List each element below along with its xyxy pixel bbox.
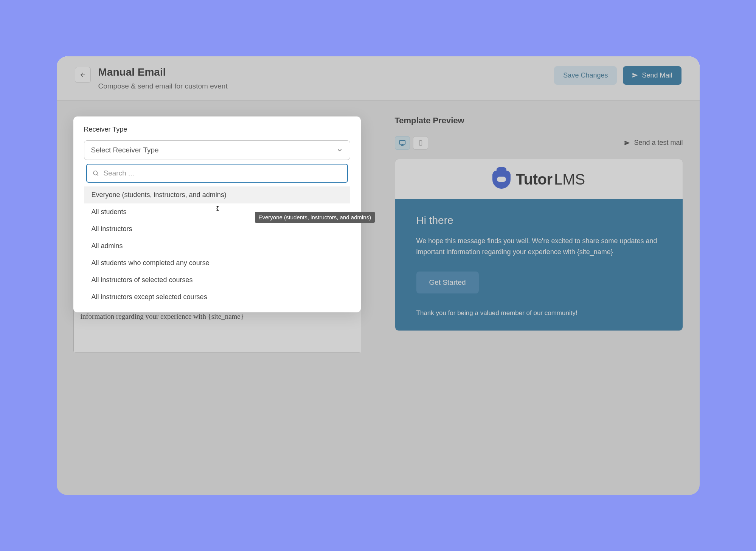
option-instructors-except[interactable]: All instructors except selected courses — [84, 289, 350, 306]
get-started-button[interactable]: Get Started — [416, 272, 479, 293]
dropdown-panel: Everyone (students, instructors, and adm… — [84, 164, 350, 311]
preview-title: Template Preview — [395, 116, 683, 126]
header-actions: Save Changes Send Mail — [554, 66, 681, 85]
tooltip: Everyone (students, instructors, and adm… — [255, 212, 375, 223]
logo-text-main: Tutor — [516, 171, 553, 188]
logo: Tutor LMS — [492, 171, 585, 189]
save-changes-button[interactable]: Save Changes — [554, 66, 617, 85]
content: Receiver Type Select Receiver Type Every… — [57, 101, 700, 490]
option-instructors-selected[interactable]: All instructors of selected courses — [84, 272, 350, 289]
svg-rect-4 — [399, 140, 405, 144]
mobile-view-button[interactable] — [413, 136, 428, 150]
email-logo-area: Tutor LMS — [395, 159, 683, 199]
preview-toolbar: Send a test mail — [395, 136, 683, 150]
email-preview-card: Tutor LMS Hi there We hope this message … — [395, 159, 683, 331]
send-test-mail-label: Send a test mail — [634, 139, 683, 147]
header-left: Manual Email Compose & send email for cu… — [75, 66, 228, 90]
mobile-icon — [418, 140, 423, 146]
device-buttons — [395, 136, 428, 150]
tutor-owl-icon — [492, 171, 511, 189]
email-footnote: Thank you for being a valued member of o… — [416, 309, 661, 317]
arrow-left-icon — [79, 71, 86, 78]
option-everyone[interactable]: Everyone (students, instructors, and adm… — [84, 186, 350, 203]
left-panel: Receiver Type Select Receiver Type Every… — [57, 101, 378, 490]
desktop-view-button[interactable] — [395, 136, 410, 150]
receiver-type-label: Receiver Type — [84, 126, 350, 133]
chevron-down-icon — [336, 147, 343, 154]
get-started-label: Get Started — [429, 278, 466, 286]
option-completed-course[interactable]: All students who completed any course — [84, 255, 350, 272]
search-input[interactable] — [104, 169, 342, 177]
save-changes-label: Save Changes — [563, 71, 608, 79]
receiver-type-popover: Receiver Type Select Receiver Type Every… — [73, 116, 361, 312]
receiver-type-select[interactable]: Select Receiver Type — [84, 140, 350, 160]
page-subtitle: Compose & send email for custom event — [98, 82, 228, 90]
page-title: Manual Email — [98, 66, 228, 78]
back-button[interactable] — [75, 67, 91, 83]
paper-plane-icon — [624, 140, 630, 146]
cursor-icon — [215, 204, 222, 213]
search-icon — [92, 170, 99, 177]
send-mail-label: Send Mail — [642, 71, 672, 79]
svg-rect-5 — [419, 141, 422, 145]
send-mail-button[interactable]: Send Mail — [623, 66, 681, 85]
option-all-instructors[interactable]: All instructors — [84, 220, 350, 237]
svg-point-0 — [93, 171, 98, 175]
email-body: Hi there We hope this message finds you … — [395, 199, 683, 331]
paper-plane-icon — [632, 72, 638, 78]
app-window: Manual Email Compose & send email for cu… — [57, 56, 700, 495]
logo-text-sub: LMS — [554, 171, 585, 188]
option-all-admins[interactable]: All admins — [84, 237, 350, 255]
monitor-icon — [399, 140, 406, 146]
search-wrap — [86, 164, 348, 183]
select-placeholder: Select Receiver Type — [91, 146, 159, 154]
right-panel: Template Preview Send a test mail — [378, 101, 700, 490]
send-test-mail-link[interactable]: Send a test mail — [624, 139, 683, 147]
header: Manual Email Compose & send email for cu… — [57, 56, 700, 101]
email-greeting: Hi there — [416, 214, 661, 227]
email-paragraph: We hope this message finds you well. We'… — [416, 236, 661, 258]
